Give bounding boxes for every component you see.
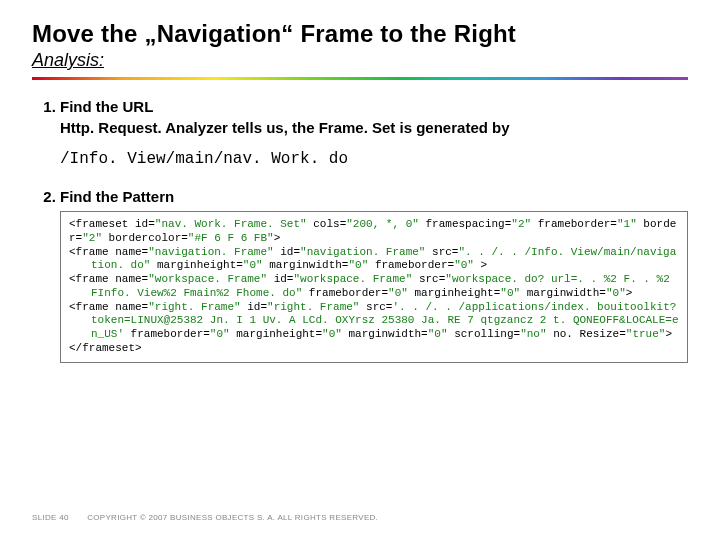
code-text: frameborder= bbox=[368, 259, 454, 271]
code-text: </frameset> bbox=[69, 342, 142, 356]
step-2: Find the Pattern <frameset id="nav. Work… bbox=[60, 188, 688, 363]
code-text: marginwidth= bbox=[342, 328, 428, 340]
slide-footer: SLIDE 40 COPYRIGHT © 2007 BUSINESS OBJEC… bbox=[32, 513, 378, 522]
code-text: > bbox=[626, 287, 633, 299]
code-attr: "1" bbox=[617, 218, 637, 230]
step-1: Find the URL Http. Request. Analyzer tel… bbox=[60, 98, 688, 168]
code-attr: "0" bbox=[454, 259, 474, 271]
code-attr: "0" bbox=[348, 259, 368, 271]
code-attr: "200, *, 0" bbox=[346, 218, 419, 230]
step-2-heading: Find the Pattern bbox=[60, 188, 688, 205]
code-text: <frame name= bbox=[69, 273, 148, 285]
code-attr: "0" bbox=[322, 328, 342, 340]
code-text: frameborder= bbox=[124, 328, 210, 340]
code-attr: "0" bbox=[428, 328, 448, 340]
code-attr: "0" bbox=[388, 287, 408, 299]
code-text: > bbox=[274, 232, 281, 244]
code-attr: "2" bbox=[511, 218, 531, 230]
code-attr: "#F 6 F 6 FB" bbox=[188, 232, 274, 244]
step-1-body: Http. Request. Analyzer tells us, the Fr… bbox=[60, 119, 688, 136]
code-attr: "workspace. Frame" bbox=[293, 273, 412, 285]
code-attr: "workspace. Frame" bbox=[148, 273, 267, 285]
code-text: cols= bbox=[307, 218, 347, 230]
code-text: frameborder= bbox=[302, 287, 388, 299]
code-attr: "right. Frame" bbox=[148, 301, 240, 313]
code-attr: "right. Frame" bbox=[267, 301, 359, 313]
code-text: <frame name= bbox=[69, 246, 148, 258]
code-text: <frame name= bbox=[69, 301, 148, 313]
code-text: marginwidth= bbox=[263, 259, 349, 271]
code-snippet: <frameset id="nav. Work. Frame. Set" col… bbox=[60, 211, 688, 363]
slide-number: SLIDE 40 bbox=[32, 513, 69, 522]
code-text: id= bbox=[274, 246, 300, 258]
analysis-steps: Find the URL Http. Request. Analyzer tel… bbox=[32, 98, 688, 363]
code-text: src= bbox=[359, 301, 392, 313]
code-attr: "0" bbox=[500, 287, 520, 299]
code-attr: "true" bbox=[626, 328, 666, 340]
code-text: framespacing= bbox=[419, 218, 511, 230]
step-1-url: /Info. View/main/nav. Work. do bbox=[60, 150, 688, 168]
slide-subtitle: Analysis: bbox=[32, 50, 688, 71]
code-attr: "navigation. Frame" bbox=[148, 246, 273, 258]
code-attr: "2" bbox=[82, 232, 102, 244]
code-text: <frameset id= bbox=[69, 218, 155, 230]
step-1-heading: Find the URL bbox=[60, 98, 688, 115]
code-text: > bbox=[474, 259, 487, 271]
code-attr: "0" bbox=[606, 287, 626, 299]
code-attr: "0" bbox=[243, 259, 263, 271]
code-text: bordercolor= bbox=[102, 232, 188, 244]
divider-rainbow bbox=[32, 77, 688, 80]
copyright-text: COPYRIGHT © 2007 BUSINESS OBJECTS S. A. … bbox=[87, 513, 378, 522]
slide: Move the „Navigation“ Frame to the Right… bbox=[0, 0, 720, 540]
code-text: marginwidth= bbox=[520, 287, 606, 299]
code-attr: "0" bbox=[210, 328, 230, 340]
code-text: marginheight= bbox=[408, 287, 500, 299]
code-text: no. Resize= bbox=[547, 328, 626, 340]
code-attr: "nav. Work. Frame. Set" bbox=[155, 218, 307, 230]
code-text: id= bbox=[267, 273, 293, 285]
code-text: scrolling= bbox=[448, 328, 521, 340]
code-text: src= bbox=[412, 273, 445, 285]
code-text: marginheight= bbox=[230, 328, 322, 340]
code-text: marginheight= bbox=[150, 259, 242, 271]
code-text: > bbox=[665, 328, 672, 340]
code-attr: "navigation. Frame" bbox=[300, 246, 425, 258]
code-attr: "no" bbox=[520, 328, 546, 340]
code-text: frameborder= bbox=[531, 218, 617, 230]
slide-title: Move the „Navigation“ Frame to the Right bbox=[32, 20, 688, 48]
code-text: id= bbox=[241, 301, 267, 313]
code-text: src= bbox=[425, 246, 458, 258]
